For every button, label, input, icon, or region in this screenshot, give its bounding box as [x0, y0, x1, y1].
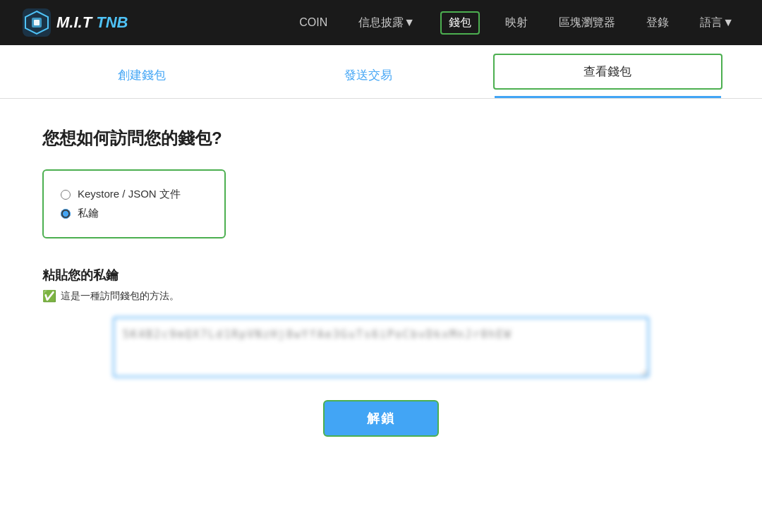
- navbar: M.I.T TNB COIN 信息披露▼ 錢包 映射 區塊瀏覽器 登錄 語言▼: [0, 0, 762, 45]
- option-private-key-label: 私鑰: [78, 207, 99, 220]
- nav-explorer[interactable]: 區塊瀏覽器: [553, 13, 621, 33]
- nav-mapping[interactable]: 映射: [500, 13, 533, 33]
- tabs-bar: 創建錢包 發送交易 查看錢包: [0, 45, 762, 99]
- navbar-menu: COIN 信息披露▼ 錢包 映射 區塊瀏覽器 登錄 語言▼: [294, 11, 739, 35]
- tab-view[interactable]: 查看錢包: [493, 54, 722, 90]
- pk-section: 粘貼您的私鑰 ✅ 這是一種訪問錢包的方法。 解鎖: [42, 267, 720, 437]
- nav-lang[interactable]: 語言▼: [694, 13, 739, 33]
- access-method-box: Keystore / JSON 文件 私鑰: [42, 169, 226, 238]
- tab-create[interactable]: 創建錢包: [28, 45, 255, 98]
- pk-title: 粘貼您的私鑰: [42, 267, 720, 284]
- logo[interactable]: M.I.T TNB: [23, 8, 128, 37]
- option-private-key[interactable]: 私鑰: [61, 207, 207, 220]
- svg-rect-3: [34, 20, 40, 25]
- check-circle-icon: ✅: [42, 289, 56, 303]
- nav-wallet[interactable]: 錢包: [440, 11, 480, 35]
- pk-input-wrap: [113, 317, 649, 380]
- logo-icon: [23, 8, 51, 37]
- unlock-button[interactable]: 解鎖: [323, 400, 439, 437]
- logo-text: M.I.T TNB: [56, 13, 128, 32]
- pk-hint: ✅ 這是一種訪問錢包的方法。: [42, 289, 720, 303]
- main-content: 您想如何訪問您的錢包? Keystore / JSON 文件 私鑰 粘貼您的私鑰…: [0, 99, 762, 465]
- tab-send[interactable]: 發送交易: [255, 45, 481, 98]
- pk-hint-text: 這是一種訪問錢包的方法。: [61, 290, 179, 303]
- radio-private-key[interactable]: [61, 209, 71, 219]
- radio-keystore[interactable]: [61, 190, 71, 200]
- option-keystore-label: Keystore / JSON 文件: [78, 188, 181, 201]
- unlock-wrap: 解鎖: [42, 400, 720, 437]
- nav-login[interactable]: 登錄: [641, 13, 675, 33]
- nav-info[interactable]: 信息披露▼: [353, 13, 421, 33]
- section-title: 您想如何訪問您的錢包?: [42, 127, 720, 150]
- option-keystore[interactable]: Keystore / JSON 文件: [61, 188, 207, 201]
- nav-coin[interactable]: COIN: [294, 13, 333, 32]
- pk-textarea[interactable]: [113, 317, 649, 377]
